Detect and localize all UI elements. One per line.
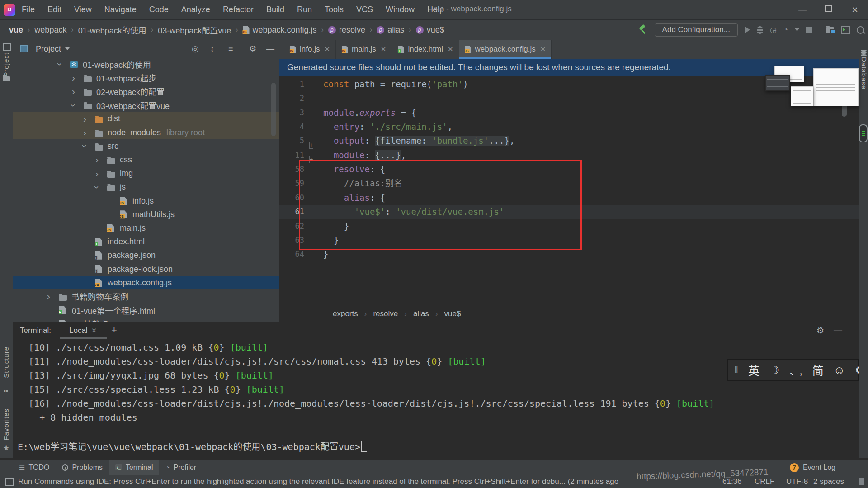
menu-tools[interactable]: Tools	[325, 5, 344, 14]
tree-row-node_modules[interactable]: ›node_moduleslibrary root	[13, 126, 279, 139]
close-icon[interactable]: ✕	[324, 45, 330, 53]
chevron-collapsed-icon[interactable]: ›	[83, 112, 86, 126]
tree-row-01-webpack-[interactable]: ›✻01-webpack的使用	[13, 57, 279, 71]
debug-bug-icon[interactable]	[757, 26, 763, 34]
chevron-down-icon[interactable]	[65, 47, 70, 50]
line-ending-indicator[interactable]: CRLF	[755, 477, 774, 486]
tree-row-webpack-config-js[interactable]: JSwebpack.config.js	[13, 276, 279, 289]
terminal-line[interactable]: [10] ./src/css/nomal.css 1.09 kB {0} [bu…	[18, 341, 855, 355]
profiler-icon[interactable]: ◔	[783, 25, 788, 34]
tool-button-terminal[interactable]: ›_Terminal	[109, 460, 159, 475]
breadcrumb-item-vue$[interactable]: pvue$	[416, 25, 444, 35]
close-icon[interactable]: ✕	[448, 45, 453, 53]
database-icon[interactable]	[861, 45, 867, 53]
tree-row-dist[interactable]: ›dist	[13, 112, 279, 126]
ime-language-bar[interactable]: ‖ 英 ☽ 、, 简 ☺ ⚙	[727, 359, 859, 381]
locate-file-icon[interactable]: ◎	[192, 40, 199, 58]
maximize-button[interactable]	[816, 5, 842, 14]
chevron-expanded-icon[interactable]: ›	[78, 145, 92, 148]
tree-row-info-js[interactable]: JSinfo.js	[13, 194, 279, 208]
terminal-line[interactable]: [16] ./node_modules/css-loader/dist/cjs.…	[18, 397, 855, 411]
tree-row-02-html[interactable]: H02-挂载点.html	[13, 317, 279, 322]
tool-button-todo[interactable]: ☰TODO	[13, 460, 56, 475]
stop-icon[interactable]	[806, 27, 812, 33]
ime-emoji-icon[interactable]: ☺	[834, 364, 845, 377]
ime-moon-icon[interactable]: ☽	[769, 364, 779, 377]
tree-row-src[interactable]: ›src	[13, 139, 279, 153]
tree-row-package-lock-json[interactable]: {}package-lock.json	[13, 262, 279, 276]
breadcrumb-item-vue[interactable]: vue	[9, 25, 23, 35]
screenshot-tool-icon[interactable]	[859, 124, 868, 142]
scroll-from-source-icon[interactable]: ≡	[228, 40, 233, 58]
code-line-2[interactable]: 2	[279, 91, 859, 105]
tree-row-img[interactable]: ›img	[13, 167, 279, 180]
encoding-indicator[interactable]: UTF-8	[786, 477, 808, 486]
breadcrumb-item-03-webpack-vue[interactable]: 03-webpack配置vue	[158, 24, 231, 36]
tree-row-js[interactable]: ›js	[13, 180, 279, 194]
code-line-3[interactable]: 3module.exports = {	[279, 106, 859, 120]
toolwindow-toggle-icon[interactable]	[5, 478, 14, 486]
gear-icon[interactable]: ⚙	[249, 40, 256, 58]
menu-view[interactable]: View	[74, 5, 92, 14]
breadcrumb-item-alias[interactable]: palias	[377, 25, 404, 35]
hide-panel-icon[interactable]: —	[266, 40, 274, 58]
new-session-button[interactable]: +	[111, 324, 117, 336]
hide-panel-icon[interactable]: —	[834, 324, 842, 334]
chevron-collapsed-icon[interactable]: ›	[83, 126, 86, 139]
tree-row-css[interactable]: ›css	[13, 153, 279, 166]
chevron-collapsed-icon[interactable]: ›	[47, 289, 50, 303]
tree-row-01-webpack-[interactable]: ›01-webpack起步	[13, 71, 279, 85]
breadcrumb-item-webpack-config-js[interactable]: JSwebpack.config.js	[243, 25, 317, 35]
project-tool-icon[interactable]	[3, 43, 11, 52]
ime-drag-handle[interactable]: ‖	[734, 364, 738, 376]
tool-button-profiler[interactable]: ◔Profiler	[159, 460, 203, 475]
menu-vcs[interactable]: VCS	[356, 5, 373, 14]
menu-code[interactable]: Code	[149, 5, 169, 14]
menu-window[interactable]: Window	[386, 5, 415, 14]
tab-index-html[interactable]: Hindex.html✕	[392, 40, 459, 59]
terminal-line[interactable]: [15] ./src/css/special.less 1.23 kB {0} …	[18, 383, 855, 397]
project-panel-header[interactable]: Project ◎ ↕ ≡ ⚙ —	[13, 40, 279, 58]
indent-indicator[interactable]: 2 spaces	[813, 477, 844, 486]
chevron-collapsed-icon[interactable]: ›	[95, 167, 99, 180]
tool-button-structure[interactable]: Structure	[2, 346, 10, 378]
ime-english-mode[interactable]: 英	[748, 362, 760, 378]
tool-button-database[interactable]: Database	[860, 57, 868, 90]
tree-row-01-vue-html[interactable]: H01-vue第一个程序.html	[13, 303, 279, 317]
tab-webpack-config-js[interactable]: JSwebpack.config.js✕	[459, 40, 552, 59]
tab-info-js[interactable]: JSinfo.js✕	[284, 40, 336, 59]
chevron-collapsed-icon[interactable]: ›	[95, 153, 99, 166]
menu-analyze[interactable]: Analyze	[181, 5, 210, 14]
tool-button-favorites[interactable]: Favorites	[2, 408, 10, 441]
tree-row-index-html[interactable]: Hindex.html	[13, 235, 279, 249]
favorites-star-icon[interactable]: ★	[3, 443, 9, 453]
folder-icon[interactable]	[3, 75, 10, 83]
ime-punctuation-icon[interactable]: 、,	[790, 363, 802, 377]
code-line-4[interactable]: 4 entry: './src/main.js',	[279, 120, 859, 134]
menu-refactor[interactable]: Refactor	[223, 5, 254, 14]
close-icon[interactable]: ✕	[381, 45, 387, 53]
breadcrumb-item-resolve[interactable]: presolve	[328, 25, 365, 35]
breadcrumb-item-webpack[interactable]: webpack	[34, 25, 66, 35]
menu-build[interactable]: Build	[266, 5, 284, 14]
close-icon[interactable]: ✕	[91, 327, 97, 334]
add-configuration-button[interactable]: Add Configuration...	[655, 23, 738, 37]
chevron-expanded-icon[interactable]: ›	[53, 63, 67, 66]
ime-settings-icon[interactable]: ⚙	[855, 364, 859, 377]
ime-simplified-mode[interactable]: 简	[812, 362, 824, 378]
gear-icon[interactable]: ⚙	[816, 325, 824, 336]
tool-button-project[interactable]: Project	[2, 52, 10, 77]
build-hammer-icon[interactable]	[638, 25, 648, 35]
editor-breadcrumb-vue[interactable]: vue$	[444, 309, 461, 318]
breadcrumb-item-01-webpack-[interactable]: 01-webpack的使用	[78, 24, 146, 36]
structure-icon[interactable]: ▪▪	[4, 387, 8, 394]
tree-row-03-webpack-vue[interactable]: ›03-webpack配置vue	[13, 99, 279, 112]
terminal-prompt[interactable]: E:\web学习笔记\vue\vue\webpack\01-webpack的使用…	[18, 440, 367, 454]
menu-edit[interactable]: Edit	[47, 5, 61, 14]
project-structure-icon[interactable]	[826, 27, 834, 33]
collapse-all-icon[interactable]: ↕	[210, 40, 214, 58]
menu-file[interactable]: File	[22, 5, 35, 14]
terminal-line[interactable]: + 8 hidden modules	[18, 411, 855, 425]
code-editor[interactable]: 1const path = require('path')23module.ex…	[279, 76, 859, 308]
close-icon[interactable]: ✕	[540, 45, 546, 53]
